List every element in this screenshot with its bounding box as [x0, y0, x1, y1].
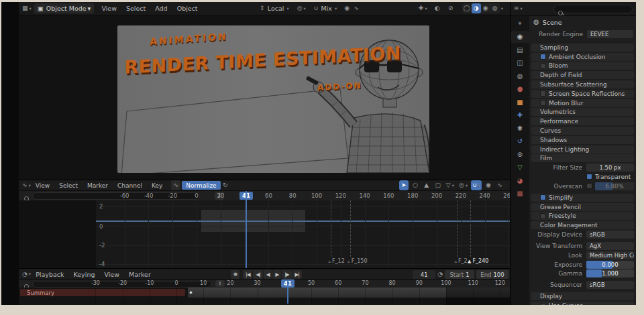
menu-add[interactable]: Add: [150, 3, 172, 14]
falloff-button-graph[interactable]: ∿: [495, 180, 504, 190]
checkbox[interactable]: [540, 63, 546, 69]
dropdown-field[interactable]: sRGB: [586, 231, 634, 239]
graph-curve-area[interactable]: 20-2-4▵F_12▵F_150▵F_2▲F_240: [19, 200, 510, 268]
dropdown-field[interactable]: Medium High Contrast: [586, 251, 634, 259]
end-frame-field[interactable]: End 100: [476, 270, 508, 279]
show-errors-button[interactable]: ▲: [422, 180, 431, 190]
prev-keyframe-button[interactable]: ◀|: [253, 270, 262, 279]
gizmos-dropdown[interactable]: ✚ ▾: [417, 3, 429, 13]
prop-filter-size[interactable]: Filter Size1.50 px: [531, 164, 634, 172]
panel-ambient-occlusion[interactable]: Ambient Occlusion: [531, 53, 634, 61]
checkbox[interactable]: [540, 90, 546, 97]
prop-sequencer[interactable]: SequencersRGB: [531, 281, 634, 289]
panel-screen-space-reflections[interactable]: Screen Space Reflections: [531, 90, 634, 98]
tab-material[interactable]: ◕: [511, 174, 529, 186]
checkbox[interactable]: [540, 303, 546, 305]
checkbox[interactable]: [540, 100, 546, 106]
filter-dropdown[interactable]: ▽▾: [445, 180, 455, 190]
timeline-marker[interactable]: ▲F_240: [468, 258, 488, 264]
tab-render[interactable]: ◉: [511, 31, 529, 43]
render-engine-dropdown[interactable]: EEVEE: [587, 30, 633, 38]
slider-field[interactable]: 0.000: [586, 261, 634, 269]
auto-keying-toggle[interactable]: ●: [231, 270, 239, 279]
timeline-ruler[interactable]: ↕ 41 -30-20-1001020305060708090100110120: [19, 280, 510, 288]
graph-editor-type-button[interactable]: ∿ ▾: [22, 182, 31, 188]
panel-display[interactable]: Display: [531, 292, 634, 300]
menu-select[interactable]: Select: [54, 180, 83, 191]
prop-gamma[interactable]: Gamma1.000: [531, 269, 634, 277]
prop-exposure[interactable]: Exposure0.000: [531, 261, 634, 269]
panel-color-management[interactable]: Color Management: [531, 221, 634, 229]
panel-curves[interactable]: Curves: [531, 127, 634, 135]
proportional-editing-toggle-graph[interactable]: ◉: [484, 180, 493, 190]
tab-constraints[interactable]: ⊛: [511, 148, 529, 160]
shading-mode-3[interactable]: ◍: [490, 3, 500, 13]
menu-channel[interactable]: Channel: [113, 180, 147, 191]
object-mode-dropdown[interactable]: ▣ Object Mode ▾: [34, 3, 95, 13]
tab-texture[interactable]: ▦: [511, 188, 529, 200]
timeline-editor-type-button[interactable]: ◔ ▾: [22, 271, 31, 277]
play-reverse-button[interactable]: ◀: [264, 270, 272, 279]
ghost-curves-button[interactable]: ○: [411, 180, 420, 190]
tab-scene[interactable]: ◍: [511, 70, 529, 82]
menu-marker[interactable]: Marker: [124, 269, 156, 280]
panel-shadows[interactable]: Shadows: [531, 136, 634, 144]
tab-tool[interactable]: ⌖: [511, 17, 529, 29]
tab-output[interactable]: ▤: [511, 44, 529, 56]
normalize-curve-button[interactable]: ∿: [171, 180, 180, 190]
tab-world[interactable]: ●: [511, 83, 529, 95]
properties-editor-type-button[interactable]: ≡ ▾: [514, 5, 523, 11]
normalize-toggle[interactable]: Normalize: [182, 181, 220, 190]
timeline-playhead[interactable]: [287, 280, 288, 304]
transform-orientation-dropdown[interactable]: ↕ Local ▾: [258, 3, 290, 13]
auto-normalize-refresh[interactable]: ↻: [221, 180, 230, 190]
panel-freestyle[interactable]: Freestyle: [531, 212, 634, 220]
fcurve-line[interactable]: [96, 220, 510, 222]
graph-ruler[interactable]: ↕ 41 -60-40-2002060801001201401601802002…: [19, 191, 510, 200]
value-field[interactable]: 1.50 px: [586, 164, 634, 172]
panel-indirect-lighting[interactable]: Indirect Lighting: [531, 145, 634, 153]
proportional-falloff-button[interactable]: ∿: [352, 3, 361, 13]
prop-overscan[interactable]: Overscan6.80%: [531, 182, 634, 190]
timeline-channels[interactable]: Summary: [19, 288, 510, 305]
panel-use-curves[interactable]: Use Curves: [531, 302, 634, 305]
xray-toggle[interactable]: ⊘: [446, 3, 455, 13]
tab-physics[interactable]: ↺: [511, 135, 529, 147]
panel-bloom[interactable]: Bloom: [531, 62, 634, 70]
play-button[interactable]: ▶: [272, 270, 281, 279]
menu-marker[interactable]: Marker: [83, 180, 113, 191]
panel-grease-pencil[interactable]: Grease Pencil: [531, 203, 634, 211]
next-keyframe-button[interactable]: |▶: [282, 270, 291, 279]
graph-playhead[interactable]: [246, 191, 247, 268]
tab-particles[interactable]: ✱: [511, 122, 529, 134]
overlays-toggle[interactable]: ◐: [433, 3, 442, 13]
shading-mode-2[interactable]: ◉: [481, 3, 490, 13]
start-frame-field[interactable]: Start 1: [445, 270, 474, 279]
pivot-point-dropdown[interactable]: ◎ ▾: [296, 3, 307, 13]
panel-subsurface-scattering[interactable]: Subsurface Scattering: [531, 80, 634, 88]
timeline-marker[interactable]: ▵F_12: [328, 258, 344, 264]
tab-object-data[interactable]: ▽: [511, 162, 529, 174]
menu-object[interactable]: Object: [172, 3, 203, 14]
panel-film[interactable]: Film: [531, 154, 634, 162]
prop-look[interactable]: LookMedium High Contrast: [531, 251, 634, 259]
prop-display-device[interactable]: Display DevicesRGB: [531, 231, 634, 239]
menu-key[interactable]: Key: [147, 180, 167, 191]
pivot-dropdown[interactable]: ◎▾: [458, 180, 469, 190]
timeline-marker[interactable]: ▵F_150: [347, 258, 367, 264]
breadcrumb[interactable]: ◍ Scene: [529, 16, 636, 27]
proportional-editing-toggle[interactable]: ◉: [342, 3, 352, 13]
dropdown-field[interactable]: AgX: [586, 242, 634, 250]
snap-dropdown[interactable]: ∪ Mix ▾: [313, 3, 338, 13]
checkbox[interactable]: [540, 194, 546, 200]
panel-sampling[interactable]: Sampling: [531, 44, 634, 52]
summary-channel[interactable]: Summary: [20, 289, 185, 296]
menu-select[interactable]: Select: [121, 3, 150, 14]
jump-to-end-button[interactable]: ▶|: [292, 270, 302, 279]
panel-depth-of-field[interactable]: Depth of Field: [531, 71, 634, 79]
snap-dropdown-graph[interactable]: ∪▾: [471, 180, 482, 190]
checkbox[interactable]: [540, 54, 546, 60]
dropdown-field[interactable]: sRGB: [586, 281, 634, 289]
panel-simplify[interactable]: Simplify: [531, 194, 634, 202]
checkbox[interactable]: [540, 213, 546, 219]
